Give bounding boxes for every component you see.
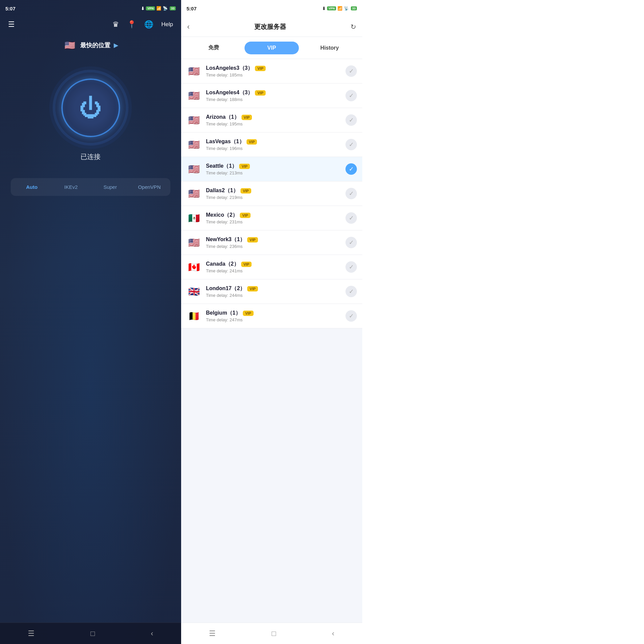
right-panel: 5:07 ⬇ VPN 📶 📡 33 ‹ 更改服务器 ↻ 免费 VIP Histo… [181, 0, 362, 644]
tab-vip[interactable]: VIP [245, 42, 299, 54]
flag-los-angeles4: 🇺🇸 [186, 88, 201, 103]
bottom-menu-icon-left[interactable]: ☰ [28, 629, 35, 638]
flag-canada: 🇨🇦 [186, 260, 201, 274]
help-button[interactable]: Help [161, 21, 173, 28]
bottom-back-icon-right[interactable]: ‹ [332, 629, 334, 638]
list-item[interactable]: 🇧🇪 Belgium（1）VIP Time delay: 247ms ✓ [181, 304, 362, 328]
server-name-9: London17（2）VIP [206, 285, 258, 291]
location-row[interactable]: 🇺🇸 最快的位置 ▶ [63, 38, 118, 52]
download-icon-right: ⬇ [322, 6, 326, 11]
list-item[interactable]: 🇨🇦 Canada（2）VIP Time delay: 241ms ✓ [181, 255, 362, 279]
flag-lasvegas: 🇺🇸 [186, 137, 201, 152]
list-item[interactable]: 🇺🇸 NewYork3（1）VIP Time delay: 236ms ✓ [181, 230, 362, 255]
server-delay-4: Time delay: 213ms [206, 170, 341, 175]
server-delay-0: Time delay: 185ms [206, 72, 341, 77]
crown-icon[interactable]: ♛ [112, 20, 119, 29]
bottom-nav-right: ☰ □ ‹ [181, 623, 362, 644]
tab-history[interactable]: History [302, 42, 357, 54]
power-icon: ⏻ [79, 96, 102, 119]
check-icon-9[interactable]: ✓ [345, 286, 357, 297]
server-list: 🇺🇸 LosAngeles3（3）VIP Time delay: 185ms ✓… [181, 59, 362, 623]
signal-icon-left: 📶 [156, 6, 161, 11]
flag-seattle: 🇺🇸 [186, 162, 201, 176]
vip-badge-2: VIP [241, 115, 252, 120]
server-info-6: Mexico（2）VIP Time delay: 231ms [206, 212, 341, 224]
vpn-badge-left: VPN [146, 6, 155, 10]
globe-icon[interactable]: 🌐 [144, 20, 153, 29]
server-info-8: Canada（2）VIP Time delay: 241ms [206, 261, 341, 273]
server-delay-2: Time delay: 195ms [206, 121, 341, 126]
tab-super[interactable]: Super [91, 181, 129, 193]
server-info-5: Dallas2（1）VIP Time delay: 219ms [206, 187, 341, 200]
server-info-10: Belgium（1）VIP Time delay: 247ms [206, 310, 341, 322]
refresh-button[interactable]: ↻ [351, 23, 356, 31]
flag-mexico: 🇲🇽 [186, 211, 201, 225]
list-item[interactable]: 🇺🇸 Dallas2（1）VIP Time delay: 219ms ✓ [181, 181, 362, 206]
status-bar-left: 5:07 ⬇ VPN 📶 📡 33 [0, 0, 181, 17]
list-item[interactable]: 🇺🇸 LosAngeles3（3）VIP Time delay: 185ms ✓ [181, 59, 362, 84]
list-item[interactable]: 🇺🇸 LosAngeles4（3）VIP Time delay: 188ms ✓ [181, 84, 362, 108]
top-nav-left: ☰ ♛ 📍 🌐 Help [0, 17, 181, 32]
time-right: 5:07 [186, 6, 197, 11]
server-name-1: LosAngeles4（3）VIP [206, 90, 266, 95]
flag-newyork3: 🇺🇸 [186, 235, 201, 250]
check-icon-3[interactable]: ✓ [345, 139, 357, 150]
server-info-4: Seattle（1）VIP Time delay: 213ms [206, 163, 341, 175]
vip-badge-0: VIP [255, 66, 266, 71]
server-name-5: Dallas2（1）VIP [206, 187, 251, 193]
bottom-menu-icon-right[interactable]: ☰ [209, 629, 216, 638]
server-info-7: NewYork3（1）VIP Time delay: 236ms [206, 236, 341, 249]
tab-ikev2[interactable]: IKEv2 [52, 181, 90, 193]
check-icon-2[interactable]: ✓ [345, 114, 357, 126]
left-panel: 5:07 ⬇ VPN 📶 📡 33 ☰ ♛ 📍 🌐 Help 🇺🇸 最快的位置 … [0, 0, 181, 644]
list-item[interactable]: 🇬🇧 London17（2）VIP Time delay: 244ms ✓ [181, 279, 362, 304]
right-top-nav: ‹ 更改服务器 ↻ [181, 17, 362, 37]
check-icon-4[interactable]: ✓ [345, 163, 357, 175]
tab-auto[interactable]: Auto [13, 181, 51, 193]
vip-badge-4: VIP [239, 164, 250, 169]
check-icon-7[interactable]: ✓ [345, 237, 357, 248]
server-name-0: LosAngeles3（3）VIP [206, 65, 266, 71]
list-item[interactable]: 🇲🇽 Mexico（2）VIP Time delay: 231ms ✓ [181, 206, 362, 230]
server-name-7: NewYork3（1）VIP [206, 236, 258, 242]
location-pin-icon[interactable]: 📍 [127, 20, 136, 29]
connected-status: 已连接 [80, 152, 101, 161]
power-button-ring: ⏻ [61, 78, 120, 137]
check-icon-10[interactable]: ✓ [345, 310, 357, 322]
tab-free[interactable]: 免费 [186, 41, 241, 55]
check-icon-1[interactable]: ✓ [345, 90, 357, 101]
page-title: 更改服务器 [254, 22, 286, 31]
vip-badge-10: VIP [243, 311, 254, 316]
wifi-icon-left: 📡 [163, 6, 168, 11]
flag-los-angeles3: 🇺🇸 [186, 64, 201, 78]
vpn-badge-right: VPN [327, 6, 336, 10]
server-name-6: Mexico（2）VIP [206, 212, 251, 218]
check-icon-5[interactable]: ✓ [345, 188, 357, 199]
list-item[interactable]: 🇺🇸 LasVegas（1）VIP Time delay: 196ms ✓ [181, 132, 362, 157]
vip-badge-1: VIP [255, 90, 266, 96]
bottom-back-icon-left[interactable]: ‹ [151, 629, 153, 638]
tab-bar: 免费 VIP History [181, 37, 362, 59]
check-icon-8[interactable]: ✓ [345, 261, 357, 273]
server-info-2: Arizona（1）VIP Time delay: 195ms [206, 114, 341, 126]
bottom-home-icon-right[interactable]: □ [272, 629, 276, 638]
server-delay-10: Time delay: 247ms [206, 317, 341, 322]
tab-openvpn[interactable]: OpenVPN [130, 181, 168, 193]
server-delay-9: Time delay: 244ms [206, 293, 341, 298]
server-name-4: Seattle（1）VIP [206, 163, 250, 169]
check-icon-0[interactable]: ✓ [345, 65, 357, 77]
list-item[interactable]: 🇺🇸 Seattle（1）VIP Time delay: 213ms ✓ [181, 157, 362, 181]
vip-badge-7: VIP [247, 237, 258, 243]
arrow-icon: ▶ [114, 42, 118, 49]
battery-badge-left: 33 [170, 6, 176, 10]
power-button-outer[interactable]: ⏻ [55, 72, 126, 143]
time-left: 5:07 [5, 6, 15, 11]
flag-arizona: 🇺🇸 [186, 113, 201, 127]
server-name-3: LasVegas（1）VIP [206, 139, 257, 144]
menu-icon[interactable]: ☰ [8, 20, 15, 29]
list-item[interactable]: 🇺🇸 Arizona（1）VIP Time delay: 195ms ✓ [181, 108, 362, 132]
protocol-tabs: Auto IKEv2 Super OpenVPN [11, 178, 170, 196]
back-button[interactable]: ‹ [187, 22, 190, 31]
bottom-home-icon-left[interactable]: □ [91, 629, 95, 638]
check-icon-6[interactable]: ✓ [345, 212, 357, 224]
